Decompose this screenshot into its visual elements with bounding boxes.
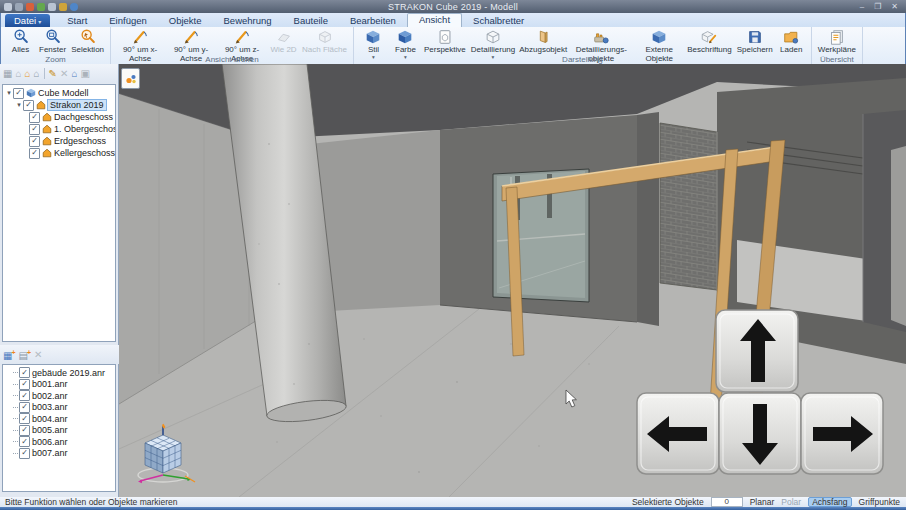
file-list-item[interactable]: b002.anr: [3, 390, 115, 402]
mode-planar[interactable]: Planar: [750, 497, 775, 507]
tree-item-obergeschoss[interactable]: 1. Obergeschoss: [3, 123, 115, 135]
zoom-selection-icon: [79, 28, 97, 46]
file-list-item[interactable]: b006.anr: [3, 436, 115, 448]
tab-einfuegen[interactable]: Einfügen: [98, 14, 158, 27]
subtract-object-icon: [534, 28, 552, 46]
perspektive-button[interactable]: Perspektive: [422, 28, 468, 55]
house-icon[interactable]: ⌂: [34, 69, 40, 79]
detaillierung-button[interactable]: Detaillierung ▾: [469, 28, 517, 59]
external-objects-icon: [650, 28, 668, 46]
checkbox-checked-icon[interactable]: [19, 367, 30, 378]
mode-achsfang[interactable]: Achsfang: [808, 497, 851, 507]
maximize-button[interactable]: ❐: [874, 0, 881, 13]
checkbox-checked-icon[interactable]: [29, 148, 40, 159]
checkbox-checked-icon[interactable]: [29, 136, 40, 147]
settings-icon[interactable]: ▣: [80, 69, 89, 79]
file-list-item[interactable]: b001.anr: [3, 379, 115, 391]
checkbox-checked-icon[interactable]: [19, 448, 30, 459]
tree-item-kellergeschoss[interactable]: Kellergeschoss: [3, 147, 115, 159]
tab-ansicht[interactable]: Ansicht: [407, 13, 462, 27]
pan-right-key[interactable]: [801, 393, 883, 474]
ribbon-group-darstellung: Stil ▾ Farbe ▾ Perspektive: [354, 27, 812, 64]
project-toolbar: ▦ ⌂ ⌂ ⌂ ✎ ✕ ⌂ ▣: [0, 64, 118, 83]
speichern-button[interactable]: Speichern: [735, 28, 775, 55]
project-tree: ▾ Cube Modell ▾ Strakon 2019: [2, 84, 116, 342]
window-title: STRAKON Cube 2019 - Modell: [0, 2, 906, 12]
rotate-flaeche-button[interactable]: Nach Fläche: [300, 28, 349, 55]
delete-icon[interactable]: ✕: [60, 69, 68, 79]
active-house-icon[interactable]: ⌂: [25, 69, 31, 79]
model-cube-icon: [26, 88, 36, 98]
checkbox-checked-icon[interactable]: [19, 402, 30, 413]
checkbox-checked-icon[interactable]: [19, 436, 30, 447]
tab-bewehrung[interactable]: Bewehrung: [213, 14, 283, 27]
tree-item-dachgeschoss[interactable]: Dachgeschoss: [3, 111, 115, 123]
tab-bauteile[interactable]: Bauteile: [283, 14, 339, 27]
toolbar-separator: [44, 68, 45, 79]
tree-item-strakon-2019[interactable]: ▾ Strakon 2019: [3, 99, 115, 111]
pan-down-key[interactable]: [719, 393, 801, 474]
tab-objekte[interactable]: Objekte: [158, 14, 213, 27]
zoom-fenster-button[interactable]: Fenster: [37, 28, 68, 55]
expander-icon[interactable]: ▾: [5, 89, 13, 97]
abzugsobjekt-button[interactable]: Abzugsobjekt: [518, 28, 568, 55]
mode-polar[interactable]: Polar: [781, 497, 801, 507]
file-list-item[interactable]: b005.anr: [3, 425, 115, 437]
pan-left-key[interactable]: [637, 393, 719, 474]
workplans-icon: [828, 28, 846, 46]
viewport-options-button[interactable]: [121, 68, 140, 89]
file-list-toolbar: ▦+ ▤+ ✕: [0, 345, 122, 364]
ribbon-group-ansicht-drehen: 90° um x-Achse 90° um y-Achse 90° um z-A…: [111, 27, 354, 64]
checkbox-checked-icon[interactable]: [19, 413, 30, 424]
edit-pencil-icon[interactable]: ✎: [49, 69, 57, 79]
checkbox-checked-icon[interactable]: [19, 390, 30, 401]
add-reference-icon[interactable]: ▤+: [19, 348, 32, 361]
farbe-button[interactable]: Farbe ▾: [390, 28, 421, 59]
zoom-selektion-button[interactable]: Selektion: [69, 28, 106, 55]
title-bar: STRAKON Cube 2019 - Modell – ❐ ✕: [0, 0, 906, 13]
buildings-icon[interactable]: ▦: [3, 69, 12, 79]
pan-up-key[interactable]: [716, 310, 798, 392]
floor-icon: [42, 112, 52, 122]
werkplaene-button[interactable]: Werkpläne: [816, 28, 858, 55]
zoom-window-icon: [44, 28, 62, 46]
add-model-icon[interactable]: ▦+: [3, 348, 16, 361]
far-right-wall: [891, 146, 906, 326]
rotate-wie2d-button[interactable]: Wie 2D: [268, 28, 299, 55]
file-list-item[interactable]: b007.anr: [3, 448, 115, 460]
checkbox-checked-icon[interactable]: [19, 425, 30, 436]
model-viewport[interactable]: [119, 64, 906, 497]
stil-button[interactable]: Stil ▾: [358, 28, 389, 59]
selected-objects-count: 0: [711, 497, 743, 507]
file-list-item[interactable]: gebäude 2019.anr: [3, 367, 115, 379]
zoom-alles-button[interactable]: Alles: [5, 28, 36, 55]
delete-icon[interactable]: ✕: [34, 350, 42, 360]
file-list-item[interactable]: b003.anr: [3, 402, 115, 414]
tab-schalbretter[interactable]: Schalbretter: [462, 14, 535, 27]
checkbox-checked-icon[interactable]: [29, 112, 40, 123]
close-button[interactable]: ✕: [891, 0, 898, 13]
rotate-plane-icon-disabled: [275, 28, 293, 46]
checkbox-checked-icon[interactable]: [23, 100, 34, 111]
file-list-item[interactable]: b004.anr: [3, 413, 115, 425]
minimize-button[interactable]: –: [860, 0, 864, 13]
tree-item-erdgeschoss[interactable]: Erdgeschoss: [3, 135, 115, 147]
mode-griffpunkte[interactable]: Griffpunkte: [859, 497, 900, 507]
beschriftung-button[interactable]: Beschriftung: [685, 28, 733, 55]
detail-wirecube-icon: [484, 28, 502, 46]
tab-start[interactable]: Start: [56, 14, 98, 27]
laden-button[interactable]: Laden: [776, 28, 807, 55]
expander-icon[interactable]: ▾: [15, 101, 23, 109]
house-refresh-icon[interactable]: ⌂: [71, 69, 77, 79]
checkbox-checked-icon[interactable]: [29, 124, 40, 135]
wall-return: [637, 112, 659, 326]
strakon-window: STRAKON Cube 2019 - Modell – ❐ ✕ Datei▾ …: [0, 0, 906, 510]
house-up-icon[interactable]: ⌂: [15, 69, 21, 79]
detail-objects-icon: [592, 28, 610, 46]
model-3d-scene: [119, 64, 906, 497]
tab-datei[interactable]: Datei▾: [5, 14, 50, 27]
checkbox-checked-icon[interactable]: [13, 88, 24, 99]
checkbox-checked-icon[interactable]: [19, 379, 30, 390]
tree-item-cube-modell[interactable]: ▾ Cube Modell: [3, 87, 115, 99]
tab-bearbeiten[interactable]: Bearbeiten: [339, 14, 407, 27]
